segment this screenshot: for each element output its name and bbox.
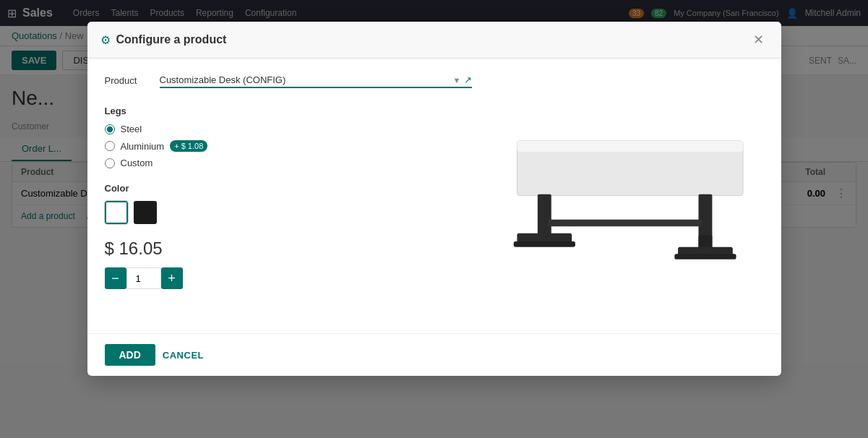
svg-rect-7: [548, 220, 702, 226]
legs-radio-steel[interactable]: [105, 124, 115, 134]
cancel-button[interactable]: CANCEL: [163, 350, 204, 361]
color-swatch-white[interactable]: [105, 201, 128, 224]
svg-rect-1: [517, 141, 743, 152]
modal-left: Product ▼ ↗ Legs Steel: [105, 73, 472, 319]
modal-title-row: ⚙ Configure a product: [100, 33, 227, 47]
modal-overlay: ⚙ Configure a product ✕ Product ▼ ↗: [0, 0, 868, 364]
modal-close-button[interactable]: ✕: [749, 30, 768, 49]
product-external-link-icon[interactable]: ↗: [464, 74, 472, 85]
modal-footer: ADD CANCEL: [87, 333, 781, 364]
svg-rect-2: [537, 194, 551, 236]
product-field-label: Product: [105, 75, 148, 86]
svg-rect-3: [517, 233, 572, 243]
legs-radio-aluminium[interactable]: [105, 141, 115, 151]
legs-label-custom: Custom: [121, 158, 153, 168]
quantity-control: − +: [105, 267, 472, 289]
modal-title: Configure a product: [116, 33, 227, 46]
configure-icon: ⚙: [100, 33, 111, 47]
color-section: Color: [105, 183, 472, 224]
product-input-wrap: ▼ ↗: [160, 73, 472, 88]
svg-rect-8: [513, 241, 575, 247]
qty-input[interactable]: [126, 267, 161, 289]
modal-body: Product ▼ ↗ Legs Steel: [87, 59, 781, 333]
aluminium-price-badge: + $ 1.08: [170, 140, 207, 152]
qty-increase-button[interactable]: +: [161, 267, 183, 289]
legs-option-aluminium: Aluminium + $ 1.08: [105, 140, 472, 152]
legs-radio-group: Steel Aluminium + $ 1.08 Custom: [105, 124, 472, 168]
add-button[interactable]: ADD: [105, 344, 155, 364]
legs-label: Legs: [105, 106, 472, 116]
legs-option-steel: Steel: [105, 124, 472, 134]
color-label: Color: [105, 183, 472, 194]
legs-label-aluminium: Aluminium: [121, 141, 165, 152]
product-row: Product ▼ ↗: [105, 73, 472, 88]
modal-header: ⚙ Configure a product ✕: [87, 22, 781, 59]
legs-label-steel: Steel: [121, 124, 142, 134]
desk-image: [497, 100, 757, 291]
color-swatch-black[interactable]: [134, 201, 157, 224]
svg-rect-9: [674, 254, 736, 260]
modal-right: [489, 73, 764, 319]
qty-decrease-button[interactable]: −: [105, 267, 126, 289]
product-input[interactable]: [160, 73, 450, 87]
dropdown-arrow-icon: ▼: [453, 76, 461, 85]
price-display: $ 16.05: [105, 239, 472, 259]
legs-section: Legs Steel Aluminium + $ 1.08: [105, 106, 472, 168]
configure-product-modal: ⚙ Configure a product ✕ Product ▼ ↗: [87, 22, 781, 364]
color-swatches: [105, 201, 472, 224]
legs-radio-custom[interactable]: [105, 158, 115, 168]
legs-option-custom: Custom: [105, 158, 472, 168]
